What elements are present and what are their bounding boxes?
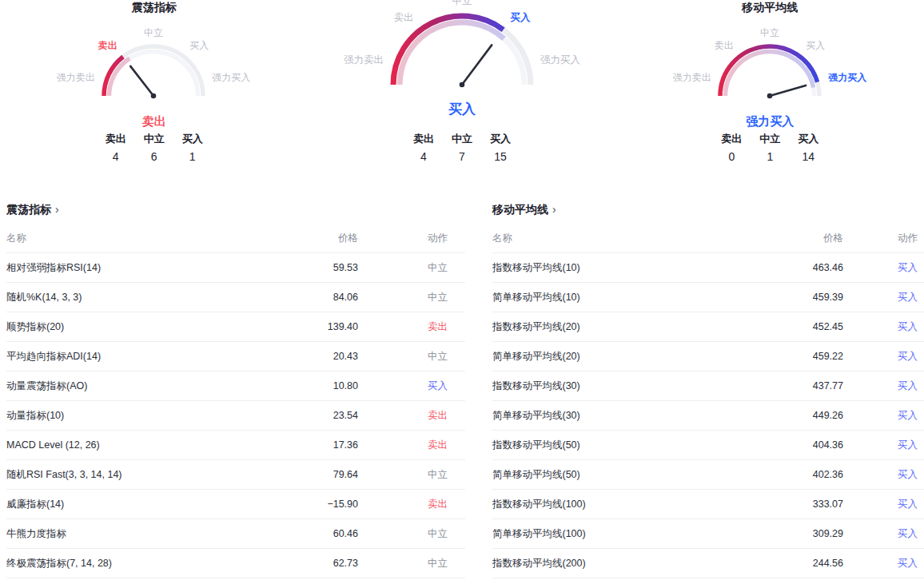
indicator-price: 84.06 (262, 283, 358, 312)
table-row: 动量震荡指标(AO)10.80买入 (6, 371, 465, 401)
gauge-label-strong-buy: 强力买入 (828, 72, 867, 83)
table-header-row: 名称价格动作 (6, 224, 465, 253)
gauge-label-strong-sell: 强力卖出 (344, 54, 384, 66)
gauge-value-halo (110, 58, 130, 96)
indicator-action: 中立 (358, 253, 465, 283)
column-header-action: 动作 (843, 224, 924, 253)
gauge-moving-averages: 移动平均线强力卖出卖出中立买入强力买入强力买入卖出0中立1买入14 (616, 0, 924, 169)
column-header-price: 价格 (262, 224, 358, 253)
indicator-price: 23.54 (262, 401, 358, 431)
indicator-action: 买入 (843, 283, 924, 312)
table-row: 牛熊力度指标60.46中立 (6, 519, 465, 549)
indicator-action: 买入 (843, 253, 924, 283)
gauge-title-oscillators: 震荡指标 (132, 0, 177, 16)
table-moving-averages: 名称价格动作指数移动平均线(10)463.46买入简单移动平均线(10)459.… (492, 224, 924, 584)
gauge-title-moving-averages: 移动平均线 (742, 0, 798, 16)
indicator-name: 指数移动平均线(200) (492, 549, 747, 578)
gauge-counts-oscillators: 卖出4中立6买入1 (102, 132, 207, 169)
column-header-price: 价格 (747, 224, 843, 253)
indicator-name: 终极震荡指标(7, 14, 28) (6, 549, 262, 578)
count-neutral: 中立1 (755, 132, 784, 163)
count-value: 6 (140, 150, 169, 163)
gauge-label-neutral: 中立 (144, 27, 163, 38)
indicator-price: 139.40 (262, 312, 358, 342)
indicator-name: 简单移动平均线(200) (492, 578, 747, 584)
count-value: 4 (102, 150, 130, 163)
indicator-name: MACD Level (12, 26) (6, 431, 262, 460)
indicator-name: 相对强弱指标RSI(14) (6, 253, 262, 283)
table-row: 指数移动平均线(30)437.77买入 (492, 371, 924, 401)
gauge-label-buy: 买入 (806, 40, 825, 51)
indicator-price: 59.53 (262, 253, 358, 283)
gauge-counts-summary: 卖出4中立7买入15 (409, 132, 515, 169)
count-label: 卖出 (409, 132, 438, 146)
count-value: 4 (409, 150, 438, 163)
table-row: 简单移动平均线(30)449.26买入 (492, 401, 924, 431)
indicator-price: 452.45 (747, 312, 843, 342)
count-label: 中立 (448, 132, 476, 146)
indicator-action: 卖出 (358, 312, 465, 342)
section-title-moving-averages[interactable]: 移动平均线› (492, 201, 918, 217)
count-value: 0 (717, 150, 746, 163)
gauge-label-sell: 卖出 (393, 12, 413, 23)
table-row: 顺势指标(20)139.40卖出 (6, 312, 465, 342)
section-title-text: 震荡指标 (6, 203, 51, 216)
count-value: 7 (448, 150, 476, 163)
table-row: 指数移动平均线(20)452.45买入 (492, 312, 924, 342)
column-header-name: 名称 (492, 224, 747, 253)
indicator-price: 459.22 (747, 342, 843, 371)
indicator-price: 10.80 (262, 371, 358, 401)
indicator-name: 简单移动平均线(10) (492, 283, 747, 312)
count-value: 1 (178, 150, 207, 163)
indicator-price: 20.43 (262, 342, 358, 371)
table-row: 指数移动平均线(200)244.56买入 (492, 549, 924, 578)
table-oscillators: 名称价格动作相对强弱指标RSI(14)59.53中立随机%K(14, 3, 3)… (6, 224, 465, 578)
section-moving-averages: 移动平均线›名称价格动作指数移动平均线(10)463.46买入简单移动平均线(1… (492, 201, 918, 584)
count-neutral: 中立7 (448, 132, 476, 163)
gauge-needle-pivot (151, 93, 157, 99)
gauge-needle-pivot (767, 93, 773, 99)
indicator-price: 62.73 (262, 549, 358, 578)
table-row: 动量指标(10)23.54卖出 (6, 401, 465, 431)
gauge-label-strong-buy: 强力买入 (212, 72, 250, 83)
indicator-price: 459.39 (747, 283, 843, 312)
indicator-name: 简单移动平均线(50) (492, 460, 747, 490)
gauge-signal-oscillators: 卖出 (142, 113, 166, 129)
indicator-price: 402.36 (747, 460, 843, 490)
count-sell: 卖出0 (717, 132, 746, 163)
count-buy: 买入15 (486, 132, 515, 163)
indicator-price: 17.36 (262, 431, 358, 460)
indicator-action: 中立 (358, 283, 465, 312)
indicator-name: 随机RSI Fast(3, 3, 14, 14) (6, 460, 262, 490)
table-row: 简单移动平均线(50)402.36买入 (492, 460, 924, 490)
count-buy: 买入1 (178, 132, 207, 163)
count-label: 中立 (140, 132, 169, 146)
table-row: 威廉指标(14)−15.90卖出 (6, 490, 465, 519)
section-title-oscillators[interactable]: 震荡指标› (6, 201, 448, 217)
indicator-action: 中立 (358, 460, 465, 490)
count-neutral: 中立6 (140, 132, 169, 163)
count-label: 买入 (794, 132, 822, 146)
column-header-name: 名称 (6, 224, 262, 253)
indicator-action: 买入 (843, 549, 924, 578)
count-label: 买入 (178, 132, 207, 146)
section-title-text: 移动平均线 (492, 203, 548, 216)
count-buy: 买入14 (794, 132, 822, 163)
gauge-label-neutral: 中立 (452, 0, 472, 6)
indicator-price: 79.64 (262, 460, 358, 490)
indicator-price: 404.36 (747, 431, 843, 460)
indicator-action: 买入 (843, 342, 924, 371)
table-header-row: 名称价格动作 (492, 224, 924, 253)
indicator-name: 指数移动平均线(20) (492, 312, 747, 342)
count-label: 中立 (755, 132, 784, 146)
table-row: 相对强弱指标RSI(14)59.53中立 (6, 253, 465, 283)
count-sell: 卖出4 (409, 132, 438, 163)
indicator-action: 买入 (843, 490, 924, 519)
count-label: 卖出 (102, 132, 130, 146)
table-row: 终极震荡指标(7, 14, 28)62.73中立 (6, 549, 465, 578)
gauge-needle-pivot (460, 82, 465, 88)
table-row: 简单移动平均线(200)210.15买入 (492, 578, 924, 584)
indicator-action: 买入 (843, 371, 924, 401)
table-row: 指数移动平均线(100)333.07买入 (492, 490, 924, 519)
indicator-price: 60.46 (262, 519, 358, 549)
